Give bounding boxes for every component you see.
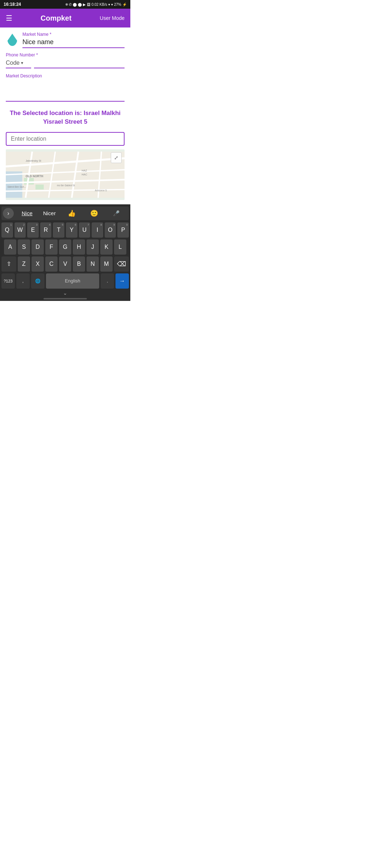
svg-text:Jabotinsky St: Jabotinsky St bbox=[26, 159, 41, 162]
menu-icon[interactable]: ☰ bbox=[6, 14, 12, 22]
key-period[interactable]: . bbox=[101, 273, 114, 289]
suggestion-nicer[interactable]: Nicer bbox=[38, 209, 61, 218]
key-x[interactable]: X bbox=[31, 256, 44, 272]
market-name-row: Market Name * bbox=[6, 32, 125, 48]
market-description-section: Market Description bbox=[6, 73, 125, 103]
keyboard-row-2: A S D F G H J K L bbox=[1, 239, 129, 255]
key-g[interactable]: G bbox=[59, 239, 71, 255]
key-i[interactable]: 8I bbox=[92, 222, 103, 238]
status-bar: 16:18:24 ❄ ✆ ⬤ ⬤ ▶ 🖼 0.02 KB/s ▾ ▾ 27% ⚡ bbox=[0, 0, 130, 9]
key-f[interactable]: F bbox=[45, 239, 58, 255]
map-container[interactable]: Jabotinsky St OLD NORTH Sderot Ben Guri.… bbox=[6, 149, 125, 200]
svg-text:Sderot Ben Guri...: Sderot Ben Guri... bbox=[8, 186, 26, 188]
location-input-wrapper[interactable] bbox=[6, 132, 125, 146]
code-label: Code bbox=[6, 60, 20, 66]
key-u[interactable]: 7U bbox=[79, 222, 91, 238]
battery-icon: ⚡ bbox=[122, 3, 127, 7]
market-description-input[interactable] bbox=[6, 80, 125, 102]
map-svg: Jabotinsky St OLD NORTH Sderot Ben Guri.… bbox=[6, 149, 125, 200]
svg-rect-3 bbox=[35, 184, 44, 190]
suggestions-arrow-button[interactable]: › bbox=[3, 208, 14, 219]
key-space[interactable]: English bbox=[46, 273, 100, 289]
location-input[interactable] bbox=[11, 136, 119, 142]
key-l[interactable]: L bbox=[114, 239, 126, 255]
keyboard-suggestions-row: › Nice Nicer 👍 🙂 🎤 bbox=[1, 207, 129, 220]
user-mode-button[interactable]: User Mode bbox=[100, 15, 125, 21]
svg-rect-1 bbox=[6, 171, 22, 197]
suggestion-smile[interactable]: 🙂 bbox=[83, 208, 105, 219]
status-time: 16:18:24 bbox=[4, 2, 21, 7]
key-b[interactable]: B bbox=[73, 256, 85, 272]
keyboard-collapse-button[interactable]: ⌄ bbox=[1, 290, 129, 296]
wifi-icon: ▾ bbox=[108, 3, 110, 7]
key-t[interactable]: 5T bbox=[53, 222, 64, 238]
key-j[interactable]: J bbox=[87, 239, 99, 255]
network-info: 0.02 KB/s bbox=[92, 3, 107, 7]
key-k[interactable]: K bbox=[100, 239, 113, 255]
status-icons: ❄ ✆ ⬤ ⬤ ▶ 🖼 0.02 KB/s ▾ ▾ 27% ⚡ bbox=[65, 3, 127, 7]
suggestion-mic[interactable]: 🎤 bbox=[105, 209, 127, 218]
key-y[interactable]: 6Y bbox=[66, 222, 77, 238]
market-name-label: Market Name * bbox=[22, 32, 125, 37]
key-r[interactable]: 4R bbox=[40, 222, 52, 238]
keyboard-row-1: 1Q 2W 3E 4R 5T 6Y 7U 8I 9O 0P bbox=[1, 222, 129, 238]
keyboard-bottom bbox=[1, 298, 129, 299]
key-p[interactable]: 0P bbox=[117, 222, 129, 238]
key-s[interactable]: S bbox=[18, 239, 30, 255]
app-bar: ☰ Compket User Mode bbox=[0, 9, 130, 27]
keyboard-row-4: ?123 , 🌐 English . → bbox=[1, 273, 129, 289]
keyboard-rows: 1Q 2W 3E 4R 5T 6Y 7U 8I 9O 0P A S D F G … bbox=[1, 222, 129, 289]
suggestion-nice[interactable]: Nice bbox=[16, 209, 38, 218]
market-name-field-group: Market Name * bbox=[22, 32, 125, 48]
key-n[interactable]: N bbox=[87, 256, 99, 272]
key-m[interactable]: M bbox=[100, 256, 113, 272]
key-backspace[interactable]: ⌫ bbox=[114, 256, 129, 272]
key-w[interactable]: 2W bbox=[14, 222, 26, 238]
svg-text:mo Ibn Gabirol St: mo Ibn Gabirol St bbox=[57, 184, 75, 186]
key-q[interactable]: 1Q bbox=[1, 222, 13, 238]
form-content: Market Name * Phone Number * Code ▾ Mark… bbox=[0, 27, 130, 204]
key-v[interactable]: V bbox=[59, 256, 71, 272]
drop-shape bbox=[7, 34, 17, 46]
svg-text:Arlozorov S: Arlozorov S bbox=[95, 189, 107, 191]
phone-number-label: Phone Number * bbox=[6, 52, 125, 58]
notification-icons: ❄ ✆ ⬤ ⬤ ▶ 🖼 bbox=[65, 3, 91, 7]
key-shift[interactable]: ⇧ bbox=[1, 256, 16, 272]
market-name-input[interactable] bbox=[22, 38, 125, 48]
key-z[interactable]: Z bbox=[18, 256, 30, 272]
nav-indicator bbox=[43, 298, 87, 299]
svg-text:HAZ: HAZ bbox=[82, 169, 87, 172]
market-description-label: Market Description bbox=[6, 73, 125, 78]
phone-code-select[interactable]: Code ▾ bbox=[6, 60, 31, 68]
suggestion-thumbsup[interactable]: 👍 bbox=[60, 208, 83, 219]
keyboard-container: › Nice Nicer 👍 🙂 🎤 1Q 2W 3E 4R 5T 6Y 7U … bbox=[0, 204, 130, 301]
phone-inputs: Code ▾ bbox=[6, 59, 125, 68]
key-comma[interactable]: , bbox=[16, 273, 30, 289]
map-expand-button[interactable]: ⤢ bbox=[111, 152, 122, 163]
key-d[interactable]: D bbox=[31, 239, 44, 255]
phone-number-row: Phone Number * Code ▾ bbox=[6, 52, 125, 68]
drop-icon bbox=[6, 32, 19, 48]
key-globe[interactable]: 🌐 bbox=[31, 273, 45, 289]
key-h[interactable]: H bbox=[73, 239, 85, 255]
key-c[interactable]: C bbox=[45, 256, 58, 272]
key-o[interactable]: 9O bbox=[105, 222, 116, 238]
signal-icon: ▾ bbox=[111, 3, 113, 7]
key-e[interactable]: 3E bbox=[27, 222, 39, 238]
selected-location-text: The Selected location is: Israel Malkhi … bbox=[6, 109, 125, 126]
keyboard-row-3: ⇧ Z X C V B N M ⌫ bbox=[1, 256, 129, 272]
svg-text:HAC: HAC bbox=[82, 173, 87, 176]
key-a[interactable]: A bbox=[4, 239, 16, 255]
svg-text:OLD NORTH: OLD NORTH bbox=[26, 175, 43, 178]
key-symbols[interactable]: ?123 bbox=[1, 273, 15, 289]
key-enter[interactable]: → bbox=[115, 273, 129, 289]
app-title: Compket bbox=[41, 14, 72, 22]
phone-number-input[interactable] bbox=[34, 59, 125, 68]
chevron-down-icon: ▾ bbox=[21, 60, 23, 65]
battery-text: 27% bbox=[114, 3, 121, 7]
